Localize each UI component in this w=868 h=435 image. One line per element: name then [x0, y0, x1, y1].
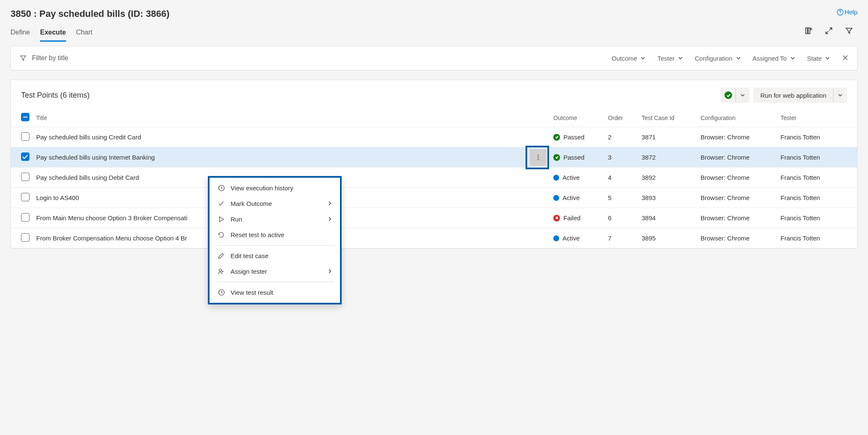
history-icon	[217, 184, 225, 192]
table-row[interactable]: Pay scheduled bills using Debit CardActi…	[11, 168, 857, 188]
help-link[interactable]: Help	[837, 8, 857, 16]
svg-point-5	[538, 157, 539, 158]
row-more-button[interactable]	[530, 149, 547, 166]
row-configuration: Browser: Chrome	[697, 168, 777, 188]
page-title: 3850 : Pay scheduled bills (ID: 3866)	[11, 8, 170, 19]
chip-label: Outcome	[612, 55, 637, 62]
pass-icon	[725, 91, 732, 99]
menu-item-mark-outcome[interactable]: Mark Outcome	[210, 196, 340, 211]
menu-item-run[interactable]: Run	[210, 211, 340, 227]
panel-title: Test Points (6 items)	[21, 91, 90, 100]
svg-rect-2	[806, 28, 807, 34]
check-icon	[217, 200, 225, 207]
chevron-down-icon	[740, 93, 745, 98]
filter-chip-configuration[interactable]: Configuration	[695, 55, 741, 62]
row-testcaseid: 3892	[638, 168, 697, 188]
column-header-tester[interactable]: Tester	[777, 109, 857, 127]
row-configuration: Browser: Chrome	[697, 127, 777, 147]
row-outcome: Active	[563, 194, 580, 201]
row-order: 6	[605, 208, 638, 228]
select-all-checkbox[interactable]	[21, 113, 29, 121]
tab-define[interactable]: Define	[11, 29, 30, 42]
table-row[interactable]: From Main Menu choose Option 3 Broker Co…	[11, 208, 857, 228]
row-configuration: Browser: Chrome	[697, 188, 777, 208]
filter-input[interactable]	[32, 54, 150, 62]
row-configuration: Browser: Chrome	[697, 228, 777, 248]
mark-outcome-dropdown[interactable]	[735, 88, 749, 103]
svg-point-6	[538, 159, 539, 160]
chevron-down-icon	[825, 56, 830, 61]
row-order: 4	[605, 168, 638, 188]
chevron-down-icon	[678, 56, 683, 61]
context-menu: View execution historyMark OutcomeRunRes…	[208, 176, 342, 257]
row-outcome: Active	[563, 235, 580, 242]
menu-item-reset-test-to-active[interactable]: Reset test to active	[210, 227, 340, 243]
reset-icon	[217, 231, 225, 238]
test-points-table: Title Outcome Order Test Case Id Configu…	[11, 109, 857, 248]
row-checkbox[interactable]	[21, 213, 29, 222]
filter-chip-outcome[interactable]: Outcome	[612, 55, 646, 62]
active-icon	[553, 175, 559, 181]
svg-point-1	[840, 13, 841, 14]
filter-chip-state[interactable]: State	[807, 55, 830, 62]
row-order: 5	[605, 188, 638, 208]
row-order: 7	[605, 228, 638, 248]
chevron-down-icon	[640, 56, 645, 61]
play-icon	[217, 216, 225, 223]
failed-icon	[553, 215, 560, 222]
column-options-icon[interactable]	[804, 27, 813, 35]
row-order: 3	[605, 147, 638, 168]
menu-item-label: Edit test case	[231, 252, 268, 257]
run-dropdown[interactable]	[833, 88, 847, 103]
row-title: From Main Menu choose Option 3 Broker Co…	[36, 214, 187, 222]
filter-icon[interactable]	[845, 27, 853, 35]
filter-chip-assigned-to[interactable]: Assigned To	[753, 55, 795, 62]
table-row[interactable]: Pay scheduled bills using Internet Banki…	[11, 147, 857, 168]
row-checkbox[interactable]	[21, 193, 29, 201]
row-configuration: Browser: Chrome	[697, 147, 777, 168]
row-testcaseid: 3872	[638, 147, 697, 168]
row-testcaseid: 3895	[638, 228, 697, 248]
row-tester: Francis Totten	[777, 188, 857, 208]
row-testcaseid: 3893	[638, 188, 697, 208]
mark-passed-button[interactable]	[721, 88, 735, 103]
passed-icon	[553, 134, 560, 141]
row-title: From Broker Compensation Menu choose Opt…	[36, 235, 187, 242]
row-checkbox[interactable]	[21, 233, 29, 242]
chip-label: Assigned To	[753, 55, 787, 62]
chevron-right-icon	[327, 216, 332, 223]
tab-execute[interactable]: Execute	[40, 29, 66, 42]
chevron-down-icon	[838, 93, 843, 98]
help-label: Help	[844, 8, 857, 16]
close-icon	[842, 54, 849, 61]
column-header-testcaseid[interactable]: Test Case Id	[638, 109, 697, 127]
table-row[interactable]: From Broker Compensation Menu choose Opt…	[11, 228, 857, 248]
column-header-outcome[interactable]: Outcome	[550, 109, 605, 127]
tab-chart[interactable]: Chart	[76, 29, 93, 42]
fullscreen-icon[interactable]	[825, 27, 833, 35]
row-tester: Francis Totten	[777, 147, 857, 168]
row-tester: Francis Totten	[777, 208, 857, 228]
row-configuration: Browser: Chrome	[697, 208, 777, 228]
row-checkbox[interactable]	[21, 152, 29, 161]
table-row[interactable]: Pay scheduled bills using Credit CardPas…	[11, 127, 857, 147]
menu-separator	[215, 245, 334, 246]
row-outcome: Failed	[563, 214, 581, 222]
column-header-order[interactable]: Order	[605, 109, 638, 127]
clear-filters-button[interactable]	[842, 54, 849, 62]
run-button[interactable]: Run for web application	[754, 88, 833, 103]
menu-item-view-execution-history[interactable]: View execution history	[210, 180, 340, 196]
table-row[interactable]: Login to AS400Active53893Browser: Chrome…	[11, 188, 857, 208]
menu-item-label: Run	[231, 216, 242, 223]
chip-label: Configuration	[695, 55, 732, 62]
row-checkbox[interactable]	[21, 173, 29, 181]
row-title: Login to AS400	[36, 194, 79, 201]
column-header-title[interactable]: Title	[33, 109, 550, 127]
menu-item-edit-test-case[interactable]: Edit test case	[210, 248, 340, 257]
filter-chip-tester[interactable]: Tester	[657, 55, 683, 62]
filter-funnel-icon	[19, 54, 27, 62]
row-outcome: Active	[563, 174, 580, 181]
column-header-configuration[interactable]: Configuration	[697, 109, 777, 127]
row-checkbox[interactable]	[21, 132, 29, 141]
row-title: Pay scheduled bills using Credit Card	[36, 133, 141, 141]
